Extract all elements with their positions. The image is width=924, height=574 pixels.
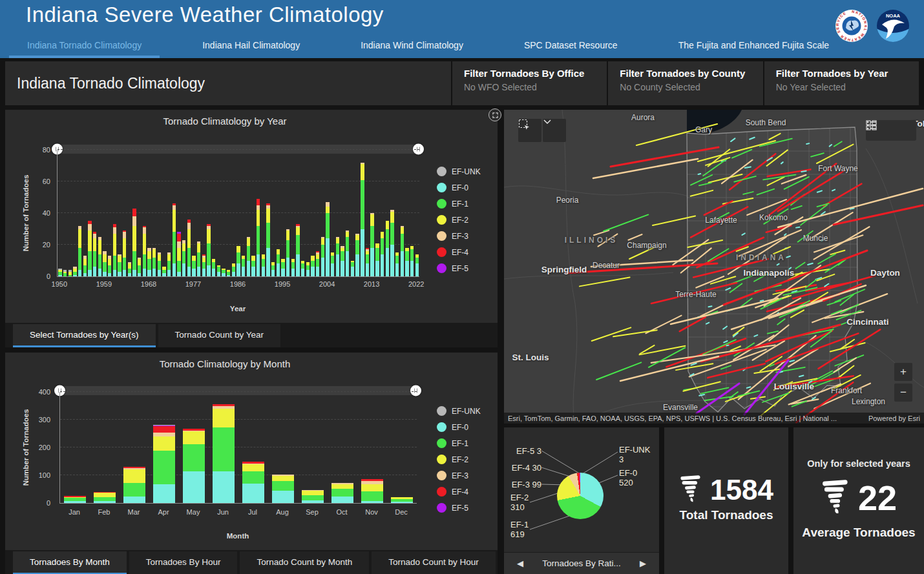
bar-1988[interactable] — [246, 150, 251, 276]
bar-Jun[interactable] — [209, 392, 238, 503]
bar-1967[interactable] — [142, 150, 147, 276]
bar-2018[interactable] — [395, 150, 400, 276]
bar-1962[interactable] — [117, 150, 122, 276]
bar-1970[interactable] — [156, 150, 162, 276]
month-legend-item-EF-2[interactable]: EF-2 — [437, 455, 481, 464]
bar-2006[interactable] — [335, 150, 341, 276]
year-legend-item-EF-0[interactable]: EF-0 — [437, 183, 481, 192]
bar-Sep[interactable] — [298, 392, 328, 503]
carousel-next-icon[interactable]: ▶ — [636, 558, 650, 569]
month-tab-3[interactable]: Tornado Count by Hour — [372, 551, 496, 574]
bar-1966[interactable] — [137, 150, 142, 276]
bar-Aug[interactable] — [268, 392, 298, 503]
nav-tab-3[interactable]: SPC Dataset Resource — [506, 35, 636, 58]
year-chart-plot[interactable] — [57, 150, 419, 277]
month-tab-1[interactable]: Tornadoes By Hour — [129, 551, 238, 574]
bar-1957[interactable] — [92, 150, 98, 276]
bar-2003[interactable] — [320, 150, 326, 276]
bar-1974[interactable] — [176, 150, 182, 276]
bar-2001[interactable] — [310, 150, 315, 276]
year-legend-item-EF-4[interactable]: EF-4 — [437, 247, 481, 257]
bar-1981[interactable] — [211, 150, 216, 276]
bar-1992[interactable] — [266, 150, 271, 276]
bar-1961[interactable] — [112, 150, 117, 276]
bar-1978[interactable] — [196, 150, 202, 276]
tornado-tracks-map[interactable]: AuroraGarySouth BendTolFort WaynePeoriaI… — [504, 110, 924, 424]
nav-tab-2[interactable]: Indiana Wind Climatology — [342, 35, 481, 58]
year-tab-1[interactable]: Tornado Count by Year — [158, 324, 280, 347]
bar-1994[interactable] — [276, 150, 281, 276]
bar-1985[interactable] — [231, 150, 236, 276]
bar-1972[interactable] — [167, 150, 172, 276]
bar-1979[interactable] — [201, 150, 206, 276]
bar-2009[interactable] — [350, 150, 355, 276]
bar-1976[interactable] — [186, 150, 191, 276]
bar-2002[interactable] — [315, 150, 320, 276]
bar-2000[interactable] — [306, 150, 311, 276]
bar-1960[interactable] — [107, 150, 112, 276]
map-zoom-in-button[interactable]: + — [894, 363, 912, 381]
bar-1951[interactable] — [63, 150, 68, 276]
bar-2016[interactable] — [384, 150, 390, 276]
map-zoom-out-button[interactable]: − — [894, 384, 912, 402]
year-tab-0[interactable]: Select Tornadoes by Year(s) — [13, 324, 156, 347]
bar-1990[interactable] — [256, 150, 261, 276]
year-legend-item-EF-3[interactable]: EF-3 — [437, 231, 481, 241]
bar-Mar[interactable] — [120, 392, 149, 503]
bar-1956[interactable] — [87, 150, 92, 276]
bar-1983[interactable] — [221, 150, 226, 276]
bar-1959[interactable] — [102, 150, 107, 276]
bar-2008[interactable] — [345, 150, 350, 276]
filter-panel-1[interactable]: Filter Tornadoes by CountyNo County Sele… — [608, 61, 762, 105]
bar-1963[interactable] — [122, 150, 127, 276]
month-legend-item-EF-0[interactable]: EF-0 — [437, 422, 481, 432]
bar-2011[interactable] — [360, 150, 365, 276]
bar-1986[interactable] — [236, 150, 241, 276]
month-legend-item-EF-3[interactable]: EF-3 — [437, 471, 481, 480]
bar-Dec[interactable] — [387, 392, 417, 503]
bar-1968[interactable] — [147, 150, 152, 276]
bar-2007[interactable] — [340, 150, 345, 276]
bar-1973[interactable] — [171, 150, 176, 276]
bar-1998[interactable] — [295, 150, 300, 276]
tornado-rating-pie[interactable] — [557, 473, 604, 519]
bar-1969[interactable] — [152, 150, 157, 276]
bar-Jul[interactable] — [238, 392, 268, 503]
month-legend-item-EF-5[interactable]: EF-5 — [437, 503, 481, 513]
month-chart-plot[interactable] — [59, 392, 417, 504]
bar-1984[interactable] — [226, 150, 231, 276]
bar-2004[interactable] — [325, 150, 330, 276]
month-legend-item-EF-UNK[interactable]: EF-UNK — [437, 406, 481, 416]
bar-Apr[interactable] — [149, 392, 179, 503]
nav-tab-4[interactable]: The Fujita and Enhanced Fujita Scale — [660, 35, 847, 58]
bar-2013[interactable] — [370, 150, 375, 276]
bar-1989[interactable] — [251, 150, 256, 276]
month-legend-item-EF-4[interactable]: EF-4 — [437, 487, 481, 497]
filter-panel-2[interactable]: Filter Tornadoes by YearNo Year Selected — [764, 61, 919, 105]
bar-1993[interactable] — [271, 150, 276, 276]
year-legend-item-EF-2[interactable]: EF-2 — [437, 215, 481, 225]
map-tool-dropdown-button[interactable] — [543, 119, 566, 142]
bar-2014[interactable] — [375, 150, 380, 276]
bar-Jan[interactable] — [60, 392, 90, 503]
map-select-tool-button[interactable] — [518, 119, 541, 142]
bar-1955[interactable] — [82, 150, 87, 276]
bar-2022[interactable] — [414, 150, 419, 276]
month-tab-0[interactable]: Tornadoes By Month — [13, 551, 127, 574]
bar-May[interactable] — [179, 392, 209, 503]
month-tab-2[interactable]: Tornado Count by Month — [240, 551, 369, 574]
bar-2021[interactable] — [410, 150, 415, 276]
bar-1965[interactable] — [132, 150, 137, 276]
map-legend-icon[interactable] — [877, 130, 885, 131]
bar-1954[interactable] — [78, 150, 83, 276]
bar-1995[interactable] — [280, 150, 286, 276]
bar-2015[interactable] — [380, 150, 385, 276]
year-legend-item-EF-1[interactable]: EF-1 — [437, 199, 481, 209]
bar-1977[interactable] — [191, 150, 196, 276]
bar-1950[interactable] — [58, 150, 63, 276]
bar-1999[interactable] — [300, 150, 306, 276]
bar-1996[interactable] — [286, 150, 291, 276]
bar-2005[interactable] — [330, 150, 335, 276]
month-legend-item-EF-1[interactable]: EF-1 — [437, 438, 481, 448]
nav-tab-1[interactable]: Indiana Hail Climatology — [184, 35, 318, 58]
